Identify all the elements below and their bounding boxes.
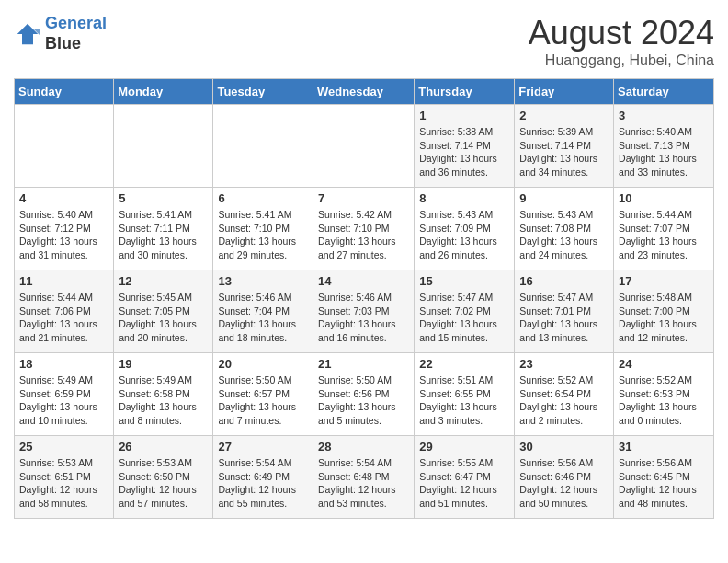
logo: General Blue	[14, 14, 107, 53]
day-info: Sunrise: 5:41 AM Sunset: 7:11 PM Dayligh…	[119, 208, 208, 262]
calendar-cell: 18Sunrise: 5:49 AM Sunset: 6:59 PM Dayli…	[15, 353, 114, 436]
calendar-cell: 16Sunrise: 5:47 AM Sunset: 7:01 PM Dayli…	[515, 270, 614, 353]
day-number: 24	[619, 357, 709, 371]
day-info: Sunrise: 5:42 AM Sunset: 7:10 PM Dayligh…	[318, 208, 409, 262]
day-number: 6	[218, 191, 308, 205]
day-number: 27	[218, 440, 308, 454]
calendar-week-row: 11Sunrise: 5:44 AM Sunset: 7:06 PM Dayli…	[15, 270, 714, 353]
calendar-cell: 15Sunrise: 5:47 AM Sunset: 7:02 PM Dayli…	[415, 270, 515, 353]
day-number: 16	[519, 274, 609, 288]
svg-marker-0	[17, 23, 39, 44]
calendar-cell: 30Sunrise: 5:56 AM Sunset: 6:46 PM Dayli…	[515, 436, 614, 519]
day-number: 23	[519, 357, 609, 371]
day-number: 12	[119, 274, 208, 288]
calendar-cell: 17Sunrise: 5:48 AM Sunset: 7:00 PM Dayli…	[614, 270, 714, 353]
calendar-cell	[313, 105, 414, 188]
calendar-cell: 7Sunrise: 5:42 AM Sunset: 7:10 PM Daylig…	[313, 188, 414, 270]
day-number: 7	[318, 191, 409, 205]
calendar-header: SundayMondayTuesdayWednesdayThursdayFrid…	[15, 79, 714, 105]
day-info: Sunrise: 5:51 AM Sunset: 6:55 PM Dayligh…	[419, 373, 509, 428]
day-number: 10	[619, 191, 709, 205]
day-info: Sunrise: 5:44 AM Sunset: 7:07 PM Dayligh…	[619, 208, 709, 262]
day-number: 19	[119, 357, 208, 371]
day-info: Sunrise: 5:43 AM Sunset: 7:08 PM Dayligh…	[519, 208, 609, 262]
calendar-cell	[114, 105, 213, 188]
calendar-week-row: 18Sunrise: 5:49 AM Sunset: 6:59 PM Dayli…	[15, 353, 714, 436]
day-number: 22	[419, 357, 509, 371]
calendar-week-row: 4Sunrise: 5:40 AM Sunset: 7:12 PM Daylig…	[15, 188, 714, 270]
day-number: 9	[519, 191, 609, 205]
day-info: Sunrise: 5:45 AM Sunset: 7:05 PM Dayligh…	[119, 291, 208, 345]
day-info: Sunrise: 5:44 AM Sunset: 7:06 PM Dayligh…	[19, 291, 108, 345]
calendar-cell: 6Sunrise: 5:41 AM Sunset: 7:10 PM Daylig…	[213, 188, 313, 270]
day-number: 29	[419, 440, 509, 454]
day-info: Sunrise: 5:47 AM Sunset: 7:02 PM Dayligh…	[419, 291, 509, 345]
day-info: Sunrise: 5:43 AM Sunset: 7:09 PM Dayligh…	[419, 208, 509, 262]
day-number: 25	[19, 440, 108, 454]
weekday-header-monday: Monday	[114, 79, 213, 105]
calendar-cell: 1Sunrise: 5:38 AM Sunset: 7:14 PM Daylig…	[415, 105, 515, 188]
day-info: Sunrise: 5:46 AM Sunset: 7:04 PM Dayligh…	[218, 291, 308, 345]
day-info: Sunrise: 5:56 AM Sunset: 6:46 PM Dayligh…	[519, 456, 609, 511]
day-info: Sunrise: 5:48 AM Sunset: 7:00 PM Dayligh…	[619, 291, 709, 345]
calendar-cell: 23Sunrise: 5:52 AM Sunset: 6:54 PM Dayli…	[515, 353, 614, 436]
day-number: 11	[19, 274, 108, 288]
day-info: Sunrise: 5:46 AM Sunset: 7:03 PM Dayligh…	[318, 291, 409, 345]
day-info: Sunrise: 5:41 AM Sunset: 7:10 PM Dayligh…	[218, 208, 308, 262]
day-number: 18	[19, 357, 108, 371]
day-number: 31	[619, 440, 709, 454]
calendar-cell: 12Sunrise: 5:45 AM Sunset: 7:05 PM Dayli…	[114, 270, 213, 353]
weekday-header-saturday: Saturday	[614, 79, 714, 105]
calendar-cell: 13Sunrise: 5:46 AM Sunset: 7:04 PM Dayli…	[213, 270, 313, 353]
day-info: Sunrise: 5:49 AM Sunset: 6:59 PM Dayligh…	[19, 373, 108, 428]
day-number: 3	[619, 109, 709, 122]
weekday-header-thursday: Thursday	[415, 79, 515, 105]
day-info: Sunrise: 5:53 AM Sunset: 6:51 PM Dayligh…	[19, 456, 108, 511]
day-number: 30	[519, 440, 609, 454]
calendar-body: 1Sunrise: 5:38 AM Sunset: 7:14 PM Daylig…	[15, 105, 714, 519]
calendar-cell: 14Sunrise: 5:46 AM Sunset: 7:03 PM Dayli…	[313, 270, 414, 353]
day-info: Sunrise: 5:40 AM Sunset: 7:12 PM Dayligh…	[19, 208, 108, 262]
day-info: Sunrise: 5:53 AM Sunset: 6:50 PM Dayligh…	[119, 456, 208, 511]
calendar-cell	[213, 105, 313, 188]
calendar-cell: 19Sunrise: 5:49 AM Sunset: 6:58 PM Dayli…	[114, 353, 213, 436]
day-info: Sunrise: 5:40 AM Sunset: 7:13 PM Dayligh…	[619, 125, 709, 179]
calendar-week-row: 1Sunrise: 5:38 AM Sunset: 7:14 PM Daylig…	[15, 105, 714, 188]
calendar-cell: 3Sunrise: 5:40 AM Sunset: 7:13 PM Daylig…	[614, 105, 714, 188]
day-info: Sunrise: 5:50 AM Sunset: 6:57 PM Dayligh…	[218, 373, 308, 428]
calendar-cell: 4Sunrise: 5:40 AM Sunset: 7:12 PM Daylig…	[15, 188, 114, 270]
weekday-header-friday: Friday	[515, 79, 614, 105]
day-number: 21	[318, 357, 409, 371]
day-info: Sunrise: 5:38 AM Sunset: 7:14 PM Dayligh…	[419, 125, 509, 179]
weekday-header-wednesday: Wednesday	[313, 79, 414, 105]
calendar-week-row: 25Sunrise: 5:53 AM Sunset: 6:51 PM Dayli…	[15, 436, 714, 519]
calendar-cell	[15, 105, 114, 188]
calendar-cell: 2Sunrise: 5:39 AM Sunset: 7:14 PM Daylig…	[515, 105, 614, 188]
day-number: 28	[318, 440, 409, 454]
weekday-header-sunday: Sunday	[15, 79, 114, 105]
weekday-header-tuesday: Tuesday	[213, 79, 313, 105]
day-info: Sunrise: 5:47 AM Sunset: 7:01 PM Dayligh…	[519, 291, 609, 345]
day-number: 26	[119, 440, 208, 454]
month-title: August 2024	[529, 14, 714, 52]
day-number: 5	[119, 191, 208, 205]
day-number: 20	[218, 357, 308, 371]
calendar-table: SundayMondayTuesdayWednesdayThursdayFrid…	[14, 78, 714, 519]
day-info: Sunrise: 5:55 AM Sunset: 6:47 PM Dayligh…	[419, 456, 509, 511]
calendar-cell: 26Sunrise: 5:53 AM Sunset: 6:50 PM Dayli…	[114, 436, 213, 519]
calendar-cell: 24Sunrise: 5:52 AM Sunset: 6:53 PM Dayli…	[614, 353, 714, 436]
day-number: 13	[218, 274, 308, 288]
day-info: Sunrise: 5:52 AM Sunset: 6:53 PM Dayligh…	[619, 373, 709, 428]
logo-line2: Blue	[45, 34, 107, 54]
calendar-cell: 10Sunrise: 5:44 AM Sunset: 7:07 PM Dayli…	[614, 188, 714, 270]
day-number: 17	[619, 274, 709, 288]
day-info: Sunrise: 5:49 AM Sunset: 6:58 PM Dayligh…	[119, 373, 208, 428]
day-info: Sunrise: 5:52 AM Sunset: 6:54 PM Dayligh…	[519, 373, 609, 428]
logo-text: General Blue	[45, 14, 107, 53]
calendar-cell: 5Sunrise: 5:41 AM Sunset: 7:11 PM Daylig…	[114, 188, 213, 270]
page-header: General Blue August 2024 Huanggang, Hube…	[14, 14, 714, 69]
location-title: Huanggang, Hubei, China	[529, 52, 714, 69]
day-number: 4	[19, 191, 108, 205]
calendar-cell: 29Sunrise: 5:55 AM Sunset: 6:47 PM Dayli…	[415, 436, 515, 519]
calendar-cell: 31Sunrise: 5:56 AM Sunset: 6:45 PM Dayli…	[614, 436, 714, 519]
